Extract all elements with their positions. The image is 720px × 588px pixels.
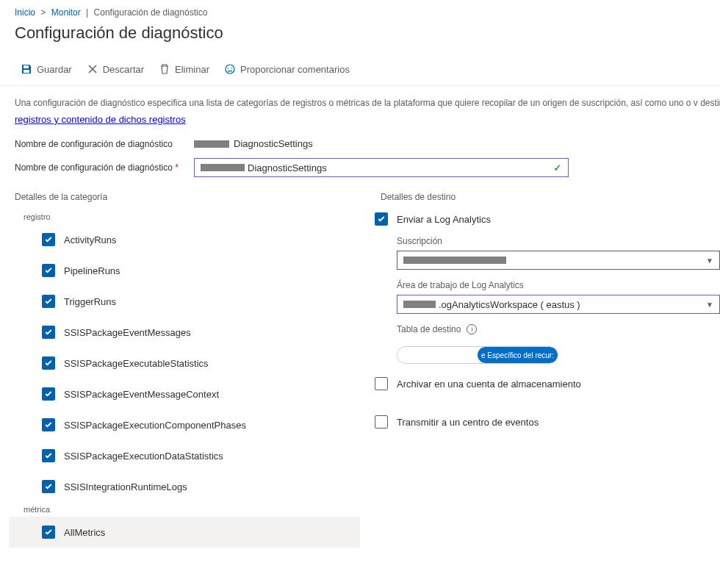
dest-table-label: Tabla de destino bbox=[397, 324, 461, 334]
redacted-block bbox=[403, 301, 436, 308]
diagnostic-name-label-static: Nombre de configuración de diagnóstico bbox=[15, 139, 184, 149]
archive-storage-row: Archivar en una cuenta de almacenamiento bbox=[375, 374, 711, 401]
description-link[interactable]: registros y contenido de dichos registro… bbox=[15, 114, 186, 125]
category-checkbox[interactable] bbox=[42, 356, 55, 370]
svg-point-0 bbox=[226, 65, 234, 74]
archive-storage-label: Archivar en una cuenta de almacenamiento bbox=[397, 379, 581, 390]
delete-label: Eliminar bbox=[175, 64, 209, 75]
category-checkbox[interactable] bbox=[42, 387, 55, 401]
svg-point-1 bbox=[228, 68, 229, 69]
category-checkbox-row: SSISPackageExecutionDataStatistics bbox=[9, 440, 360, 471]
delete-icon bbox=[159, 63, 170, 75]
category-checkbox[interactable] bbox=[42, 418, 55, 431]
save-label: Guardar bbox=[37, 64, 72, 75]
breadcrumb-pipe: | bbox=[86, 7, 88, 18]
destination-details-title: Detalles de destino bbox=[375, 192, 711, 209]
info-icon[interactable]: i bbox=[467, 324, 477, 334]
breadcrumb: Inicio > Monitor | Configuración de diag… bbox=[0, 0, 720, 18]
chevron-down-icon: ▼ bbox=[706, 257, 713, 265]
workspace-label: Área de trabajo de Log Analytics bbox=[397, 280, 711, 290]
send-log-analytics-label: Enviar a Log Analytics bbox=[397, 214, 491, 225]
category-label: SSISPackageEventMessageContext bbox=[64, 389, 219, 400]
category-checkbox[interactable] bbox=[42, 480, 55, 493]
category-checkbox[interactable] bbox=[42, 264, 55, 277]
category-checkbox-row: ActivityRuns bbox=[9, 224, 360, 255]
category-label: SSISIntegrationRuntimeLogs bbox=[64, 481, 187, 492]
workspace-value: .ogAnalyticsWorkspace ( eastus ) bbox=[439, 299, 580, 310]
eventhub-checkbox[interactable] bbox=[375, 415, 388, 429]
redacted-block bbox=[201, 164, 245, 171]
category-checkbox[interactable] bbox=[42, 295, 55, 308]
category-label: TriggerRuns bbox=[64, 296, 116, 307]
breadcrumb-home[interactable]: Inicio bbox=[15, 7, 35, 18]
category-checkbox-row: SSISPackageEventMessageContext bbox=[9, 379, 360, 409]
breadcrumb-current: Configuración de diagnóstico bbox=[94, 7, 208, 18]
save-button[interactable]: Guardar bbox=[15, 60, 78, 78]
category-label: AllMetrics bbox=[64, 527, 105, 538]
dest-table-toggle[interactable]: e Específico del recur: bbox=[397, 346, 558, 364]
category-label: SSISPackageEventMessages bbox=[64, 327, 191, 338]
category-checkbox-row: SSISPackageEventMessages bbox=[9, 317, 360, 348]
discard-icon bbox=[87, 63, 98, 75]
metrics-list: AllMetrics bbox=[9, 517, 360, 548]
category-checkbox[interactable] bbox=[42, 326, 55, 339]
subscription-select[interactable]: ▼ bbox=[397, 251, 720, 270]
category-label: SSISPackageExecutionComponentPhases bbox=[64, 420, 246, 431]
diagnostic-name-input[interactable]: DiagnosticSettings ✓ bbox=[194, 158, 569, 177]
category-checkbox-row: PipelineRuns bbox=[9, 255, 360, 286]
category-checkbox[interactable] bbox=[42, 233, 55, 246]
category-label: ActivityRuns bbox=[64, 234, 117, 245]
toggle-option-inactive[interactable] bbox=[397, 347, 478, 363]
category-label: SSISPackageExecutionDataStatistics bbox=[64, 451, 223, 462]
toolbar: Guardar Descartar Eliminar Proporcionar … bbox=[0, 56, 720, 86]
diagnostic-name-static-value: DiagnosticSettings bbox=[194, 138, 313, 149]
diagnostic-name-label-input: Nombre de configuración de diagnóstico * bbox=[15, 162, 184, 173]
redacted-block bbox=[403, 257, 506, 264]
diagnostic-name-input-row: Nombre de configuración de diagnóstico *… bbox=[0, 154, 720, 182]
discard-label: Descartar bbox=[103, 64, 144, 75]
eventhub-label: Transmitir a un centro de eventos bbox=[397, 417, 539, 428]
category-checkbox-row: SSISIntegrationRuntimeLogs bbox=[9, 471, 360, 502]
diagnostic-name-input-suffix: DiagnosticSettings bbox=[248, 162, 327, 173]
logs-list: ActivityRunsPipelineRunsTriggerRunsSSISP… bbox=[9, 224, 360, 502]
eventhub-row: Transmitir a un centro de eventos bbox=[375, 412, 711, 439]
category-details-title: Detalles de la categoría bbox=[9, 192, 360, 209]
logs-subsection-label: registro bbox=[9, 209, 360, 224]
category-checkbox[interactable] bbox=[42, 526, 55, 539]
diagnostic-name-static-suffix: DiagnosticSettings bbox=[234, 138, 313, 149]
category-checkbox-row: SSISPackageExecutionComponentPhases bbox=[9, 409, 360, 440]
breadcrumb-monitor[interactable]: Monitor bbox=[51, 7, 81, 18]
category-label: SSISPackageExecutableStatistics bbox=[64, 358, 209, 369]
save-icon bbox=[21, 63, 32, 75]
toggle-option-active[interactable]: e Específico del recur: bbox=[478, 347, 558, 363]
workspace-select[interactable]: .ogAnalyticsWorkspace ( eastus ) ▼ bbox=[397, 295, 720, 314]
validation-check-icon: ✓ bbox=[553, 162, 562, 173]
category-checkbox-row: AllMetrics bbox=[9, 517, 360, 548]
category-checkbox-row: SSISPackageExecutableStatistics bbox=[9, 348, 360, 379]
delete-button[interactable]: Eliminar bbox=[153, 60, 215, 78]
page-title: Configuración de diagnóstico bbox=[0, 18, 720, 56]
feedback-button[interactable]: Proporcionar comentarios bbox=[218, 60, 356, 78]
send-log-analytics-row: Enviar a Log Analytics bbox=[375, 209, 711, 236]
description-text: Una configuración de diagnóstico especif… bbox=[0, 86, 720, 114]
feedback-label: Proporcionar comentarios bbox=[240, 64, 350, 75]
subscription-label: Suscripción bbox=[397, 236, 711, 246]
discard-button[interactable]: Descartar bbox=[81, 60, 150, 78]
category-checkbox-row: TriggerRuns bbox=[9, 286, 360, 317]
redacted-block bbox=[194, 140, 229, 148]
breadcrumb-separator: > bbox=[40, 7, 46, 18]
send-log-analytics-checkbox[interactable] bbox=[375, 212, 388, 226]
diagnostic-name-static-row: Nombre de configuración de diagnóstico D… bbox=[0, 134, 720, 154]
required-asterisk: * bbox=[173, 162, 179, 173]
chevron-down-icon: ▼ bbox=[706, 301, 713, 309]
metrics-subsection-label: métrica bbox=[9, 502, 360, 517]
svg-point-2 bbox=[231, 68, 233, 69]
category-checkbox[interactable] bbox=[42, 449, 55, 462]
category-label: PipelineRuns bbox=[64, 265, 120, 276]
feedback-icon bbox=[224, 63, 236, 75]
archive-storage-checkbox[interactable] bbox=[375, 377, 388, 390]
